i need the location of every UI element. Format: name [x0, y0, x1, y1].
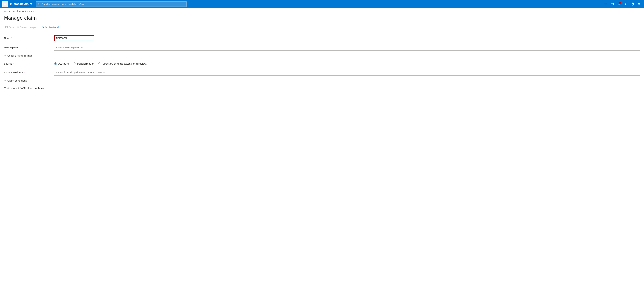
save-button[interactable]: Save	[4, 25, 15, 30]
svg-rect-1	[4, 4, 6, 4]
advanced-saml-row[interactable]: Advanced SAML claims options	[4, 84, 640, 92]
svg-point-8	[632, 5, 632, 5]
save-icon	[5, 26, 8, 29]
name-row: Name *	[4, 33, 640, 43]
claim-conditions-label: Claim conditions	[8, 79, 27, 82]
source-row: Source * Attribute Transformation Dire	[4, 59, 640, 68]
namespace-label: Namespace	[4, 46, 54, 49]
page-header: Manage claim ···	[0, 14, 644, 24]
search-input[interactable]	[36, 1, 187, 7]
toolbar-divider	[39, 26, 39, 29]
search-bar[interactable]: 🔍	[36, 1, 187, 7]
choose-name-format-row[interactable]: Choose name format	[4, 52, 640, 59]
name-label: Name *	[4, 37, 54, 40]
transformation-label: Transformation	[77, 62, 94, 65]
directory-label: Directory schema extension (Preview)	[102, 62, 147, 65]
namespace-field	[54, 45, 640, 51]
chevron-down-icon	[4, 54, 6, 57]
feedback-icon	[42, 26, 44, 29]
directory-button[interactable]	[609, 1, 615, 7]
cloud-shell-button[interactable]	[602, 1, 608, 7]
transformation-radio[interactable]	[73, 62, 76, 65]
source-attribute-label: Source attribute *	[4, 71, 54, 74]
claim-conditions-chevron-icon	[4, 79, 6, 82]
topbar: Microsoft Azure 🔍 6	[0, 0, 644, 8]
page-title: Manage claim	[4, 15, 37, 21]
source-attribute-field	[54, 70, 640, 76]
svg-rect-5	[611, 3, 614, 5]
notification-badge: 6	[619, 2, 621, 4]
main-content: Home › Attributes & Claims › Manage clai…	[0, 8, 644, 301]
breadcrumb-section[interactable]: Attributes & Claims	[13, 10, 34, 13]
toolbar: Save ✕ Discard changes Got feedback?	[0, 24, 644, 32]
discard-label: Discard changes	[20, 26, 36, 29]
brand-name: Microsoft Azure	[10, 3, 32, 6]
form-area: Name * Namespace	[0, 32, 644, 93]
source-field: Attribute Transformation Directory schem…	[54, 62, 640, 65]
source-attribute-row: Source attribute *	[4, 68, 640, 77]
svg-rect-2	[4, 5, 6, 5]
advanced-saml-label: Advanced SAML claims options	[8, 87, 44, 89]
name-field	[54, 35, 640, 41]
svg-point-9	[638, 3, 640, 4]
account-button[interactable]	[636, 1, 642, 7]
source-radio-group: Attribute Transformation Directory schem…	[54, 62, 640, 65]
breadcrumb-home[interactable]: Home	[4, 10, 10, 13]
svg-rect-12	[6, 27, 8, 28]
discard-icon: ✕	[17, 26, 19, 29]
breadcrumb-sep-2: ›	[36, 10, 36, 13]
source-option-attribute[interactable]: Attribute	[54, 62, 69, 65]
source-label: Source *	[4, 62, 54, 65]
source-attribute-required-star: *	[24, 71, 25, 74]
svg-point-13	[42, 26, 43, 27]
page-menu-dots[interactable]: ···	[38, 16, 44, 21]
source-option-directory[interactable]: Directory schema extension (Preview)	[98, 62, 147, 65]
svg-rect-0	[4, 3, 6, 3]
svg-rect-11	[6, 26, 7, 27]
help-button[interactable]	[629, 1, 635, 7]
notifications-button[interactable]: 6	[616, 1, 622, 7]
source-attribute-input[interactable]	[54, 70, 640, 76]
save-label: Save	[9, 26, 14, 29]
feedback-button[interactable]: Got feedback?	[40, 25, 60, 30]
attribute-radio[interactable]	[54, 62, 57, 65]
topbar-actions: 6	[602, 1, 642, 7]
settings-button[interactable]	[622, 1, 628, 7]
attribute-label: Attribute	[58, 62, 69, 65]
source-required-star: *	[12, 63, 14, 65]
feedback-label: Got feedback?	[45, 26, 59, 29]
directory-radio[interactable]	[98, 62, 101, 65]
claim-conditions-row[interactable]: Claim conditions	[4, 77, 640, 84]
discard-button[interactable]: ✕ Discard changes	[16, 25, 38, 30]
namespace-row: Namespace	[4, 43, 640, 52]
namespace-input[interactable]	[54, 45, 640, 51]
name-input-border	[54, 35, 94, 41]
hamburger-menu-button[interactable]	[2, 1, 8, 8]
search-icon: 🔍	[38, 3, 40, 5]
breadcrumb-sep-1: ›	[12, 10, 12, 13]
source-option-transformation[interactable]: Transformation	[73, 62, 94, 65]
breadcrumb: Home › Attributes & Claims ›	[0, 8, 644, 14]
name-input[interactable]	[55, 36, 94, 41]
advanced-saml-chevron-icon	[4, 87, 6, 89]
name-required-star: *	[12, 37, 12, 39]
svg-point-6	[625, 4, 626, 5]
choose-name-format-label: Choose name format	[8, 54, 32, 57]
